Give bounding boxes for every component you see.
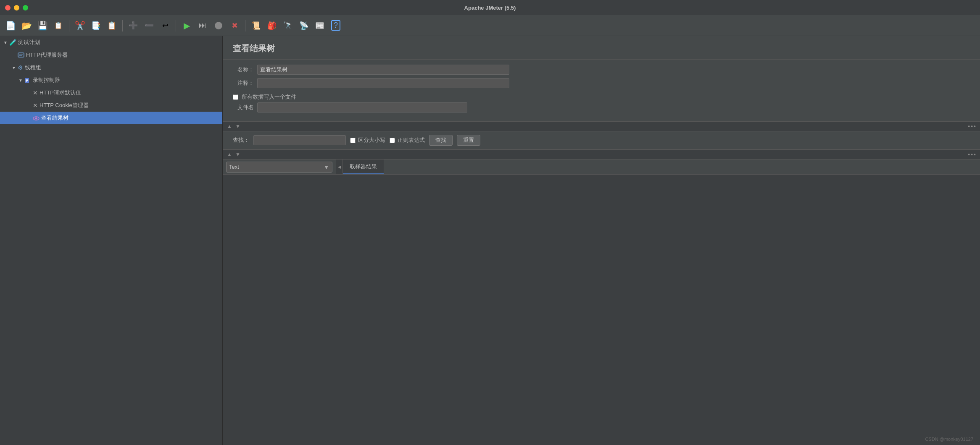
reset-button[interactable]: 重置 bbox=[457, 135, 480, 146]
separator-2 bbox=[122, 20, 123, 31]
traffic-lights bbox=[5, 5, 28, 10]
case-sensitive-checkbox[interactable] bbox=[350, 138, 356, 143]
titlebar: Apache JMeter (5.5) bbox=[0, 0, 980, 15]
tree-item-label: HTTP代理服务器 bbox=[26, 51, 68, 59]
tree-item-label: HTTP Cookie管理器 bbox=[40, 102, 89, 109]
form-area: 名称： 注释： 所有数据写入一个文件 文件名 bbox=[223, 60, 980, 121]
gear-icon: ⚙ bbox=[18, 64, 23, 71]
write-all-checkbox[interactable] bbox=[233, 94, 238, 100]
svg-rect-4 bbox=[26, 79, 28, 80]
stop-button[interactable] bbox=[211, 18, 226, 33]
samples-pane bbox=[223, 175, 336, 445]
template-button[interactable]: 📰 bbox=[313, 18, 327, 33]
comment-input[interactable] bbox=[257, 78, 509, 88]
view-format-select[interactable]: Text RegExp Tester CSS/JQuery Tester XPa… bbox=[226, 162, 332, 173]
tree-item-view-results[interactable]: 查看结果树 bbox=[0, 112, 222, 124]
antenna-button[interactable]: 📡 bbox=[297, 18, 311, 33]
collapse-button[interactable]: ◀ bbox=[336, 160, 343, 174]
case-sensitive-group: 区分大小写 bbox=[350, 136, 385, 144]
sampler-result-tab[interactable]: 取样器结果 bbox=[343, 160, 384, 174]
divider-bar-1: ▲ ▼ ••• bbox=[223, 121, 980, 131]
undo-button[interactable]: ↩ bbox=[158, 18, 172, 33]
run-no-pause-button[interactable]: ⏭ bbox=[195, 18, 210, 33]
open-button[interactable]: 📂 bbox=[19, 18, 34, 33]
filename-label: 文件名 bbox=[233, 104, 254, 111]
name-input[interactable] bbox=[257, 65, 509, 75]
add-button[interactable]: ➕ bbox=[126, 18, 140, 33]
new-button[interactable]: 📄 bbox=[3, 18, 18, 33]
tree-item-test-plan[interactable]: ▼ 🧪 测试计划 bbox=[0, 36, 222, 49]
run-button[interactable]: ▶ bbox=[179, 18, 194, 33]
down-arrow-icon[interactable]: ▼ bbox=[234, 123, 241, 129]
search-input[interactable] bbox=[253, 135, 346, 145]
tree-item-thread-group[interactable]: ▼ ⚙ 线程组 bbox=[0, 61, 222, 74]
expand-arrow-rec[interactable]: ▼ bbox=[18, 78, 24, 83]
tree-item-http-cookie[interactable]: ✕ HTTP Cookie管理器 bbox=[0, 99, 222, 112]
content-body bbox=[223, 175, 980, 445]
right-panel: 查看结果树 名称： 注释： 所有数据写入一个文件 文件名 ▲ ▼ bbox=[223, 36, 980, 445]
dropdown-area: Text RegExp Tester CSS/JQuery Tester XPa… bbox=[223, 160, 336, 174]
separator-1 bbox=[69, 20, 69, 31]
up-arrow2-icon[interactable]: ▲ bbox=[226, 152, 233, 157]
regex-group: 正则表达式 bbox=[390, 136, 425, 144]
minimize-button[interactable] bbox=[14, 5, 19, 10]
case-sensitive-label: 区分大小写 bbox=[358, 136, 385, 144]
separator-4 bbox=[245, 20, 245, 31]
tree-item-label: 测试计划 bbox=[18, 39, 40, 46]
watermark: CSDN @monkey01127 bbox=[925, 437, 974, 442]
tree-item-label: 录制控制器 bbox=[33, 76, 60, 84]
down-arrow2-icon[interactable]: ▼ bbox=[234, 152, 241, 157]
write-all-label: 所有数据写入一个文件 bbox=[242, 93, 296, 101]
tree-panel: ▼ 🧪 测试计划 HTTP代理服务器 ▼ ⚙ 线程组 bbox=[0, 36, 223, 445]
filename-row: 文件名 bbox=[233, 102, 970, 113]
save-button[interactable]: 💾 bbox=[35, 18, 50, 33]
window-title: Apache JMeter (5.5) bbox=[464, 5, 516, 11]
expand-arrow-thread[interactable]: ▼ bbox=[12, 65, 17, 70]
regex-checkbox[interactable] bbox=[390, 138, 395, 143]
tree-item-http-defaults[interactable]: ✕ HTTP请求默认值 bbox=[0, 86, 222, 99]
cookie-icon: ✕ bbox=[33, 102, 38, 109]
close-button[interactable] bbox=[5, 5, 11, 10]
flask-icon: 🧪 bbox=[9, 39, 16, 46]
svg-rect-0 bbox=[18, 53, 24, 57]
filename-input[interactable] bbox=[257, 102, 467, 113]
proxy-icon bbox=[18, 51, 24, 58]
svg-point-8 bbox=[35, 117, 37, 119]
saveas-button[interactable]: 📋 bbox=[51, 18, 66, 33]
find-button[interactable]: 查找 bbox=[429, 135, 453, 146]
lower-area: Text RegExp Tester CSS/JQuery Tester XPa… bbox=[223, 160, 980, 445]
bag-button[interactable]: 🎒 bbox=[265, 18, 279, 33]
tree-item-label: 线程组 bbox=[25, 64, 41, 71]
result-right-area: ◀ 取样器结果 bbox=[336, 160, 980, 174]
more-dots-2[interactable]: ••• bbox=[968, 151, 977, 158]
text-dropdown-wrapper: Text RegExp Tester CSS/JQuery Tester XPa… bbox=[226, 162, 332, 173]
telescope-button[interactable]: 🔭 bbox=[281, 18, 295, 33]
search-label: 查找： bbox=[233, 136, 249, 144]
kill-button[interactable]: ✖ bbox=[227, 18, 242, 33]
cut-button[interactable]: ✂️ bbox=[73, 18, 87, 33]
svg-rect-5 bbox=[26, 80, 28, 81]
name-row: 名称： bbox=[233, 65, 970, 75]
divider-bar-2: ▲ ▼ ••• bbox=[223, 149, 980, 160]
up-arrow-icon[interactable]: ▲ bbox=[226, 123, 233, 129]
expand-arrow-test-plan[interactable]: ▼ bbox=[3, 40, 8, 45]
help-button[interactable]: ? bbox=[329, 18, 343, 33]
more-dots[interactable]: ••• bbox=[968, 123, 977, 130]
copy-button[interactable]: 📑 bbox=[89, 18, 103, 33]
wrench-icon: ✕ bbox=[33, 89, 38, 96]
comment-label: 注释： bbox=[233, 79, 254, 87]
regex-label: 正则表达式 bbox=[398, 136, 425, 144]
script-button[interactable]: 📜 bbox=[249, 18, 263, 33]
panel-title: 查看结果树 bbox=[223, 36, 980, 60]
comment-row: 注释： bbox=[233, 78, 970, 88]
maximize-button[interactable] bbox=[23, 5, 28, 10]
eye-icon bbox=[33, 114, 40, 121]
tree-item-http-proxy[interactable]: HTTP代理服务器 bbox=[0, 49, 222, 61]
rec-icon bbox=[24, 76, 31, 84]
remove-button[interactable]: ➖ bbox=[142, 18, 156, 33]
svg-rect-6 bbox=[26, 81, 27, 82]
paste-button[interactable]: 📋 bbox=[105, 18, 119, 33]
main-layout: ▼ 🧪 测试计划 HTTP代理服务器 ▼ ⚙ 线程组 bbox=[0, 36, 980, 445]
search-area: 查找： 区分大小写 正则表达式 查找 重置 bbox=[223, 131, 980, 149]
tree-item-rec-controller[interactable]: ▼ 录制控制器 bbox=[0, 74, 222, 86]
